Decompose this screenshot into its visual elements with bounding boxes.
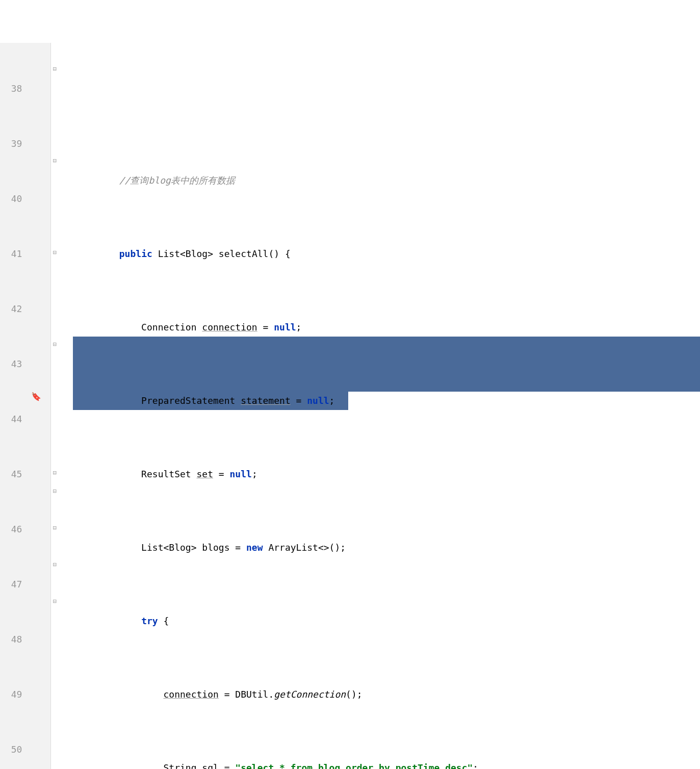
- line-number: 46: [0, 520, 22, 539]
- line-number: 43: [0, 355, 22, 373]
- code-line[interactable]: ResultSet set = null;: [73, 465, 700, 483]
- code-line[interactable]: List<Blog> blogs = new ArrayList<>();: [73, 539, 700, 557]
- line-number: 48: [0, 630, 22, 649]
- line-number: 45: [0, 465, 22, 483]
- fold-toggle-icon[interactable]: ⊟: [53, 157, 57, 164]
- line-number: 39: [0, 135, 22, 153]
- fold-toggle-icon[interactable]: ⊟: [53, 65, 57, 72]
- code-line[interactable]: //查询blog表中的所有数据: [73, 171, 700, 190]
- fold-gutter: ⊟ ⊟ ⊟ ⊟ ⊟ ⊟ ⊟ ⊟ ⊟: [50, 43, 73, 769]
- line-number: 47: [0, 575, 22, 594]
- code-line[interactable]: PreparedStatement statement = null;: [73, 392, 700, 410]
- code-line[interactable]: String sql = "select * from blog order b…: [73, 759, 700, 769]
- line-number-gutter: 38 39 40 41 42 43 44 45 46 47 48 49 50 5…: [0, 43, 28, 769]
- fold-toggle-icon[interactable]: ⊟: [53, 341, 57, 348]
- line-number: 38: [0, 80, 22, 98]
- fold-toggle-icon[interactable]: ⊟: [53, 524, 57, 531]
- fold-toggle-icon[interactable]: ⊟: [53, 488, 57, 495]
- code-area[interactable]: //查询blog表中的所有数据 public List<Blog> select…: [73, 43, 700, 769]
- fold-end-icon[interactable]: ⊟: [53, 598, 57, 605]
- line-number: 41: [0, 245, 22, 263]
- line-number: 49: [0, 685, 22, 704]
- line-number: 50: [0, 740, 22, 759]
- fold-end-icon[interactable]: ⊟: [53, 561, 57, 568]
- code-editor[interactable]: 38 39 40 41 42 43 44 45 46 47 48 49 50 5…: [0, 43, 700, 769]
- fold-toggle-icon[interactable]: ⊟: [53, 249, 57, 256]
- code-line[interactable]: Connection connection = null;: [73, 318, 700, 337]
- code-line[interactable]: public List<Blog> selectAll() {: [73, 245, 700, 263]
- line-number: 42: [0, 300, 22, 318]
- line-number: 40: [0, 190, 22, 208]
- fold-end-icon[interactable]: ⊟: [53, 469, 57, 476]
- code-line[interactable]: connection = DBUtil.getConnection();: [73, 685, 700, 704]
- bookmark-gutter: 🔖: [28, 43, 50, 769]
- bookmark-icon[interactable]: 🔖: [31, 392, 41, 401]
- code-line[interactable]: try {: [73, 612, 700, 630]
- line-number: 44: [0, 410, 22, 428]
